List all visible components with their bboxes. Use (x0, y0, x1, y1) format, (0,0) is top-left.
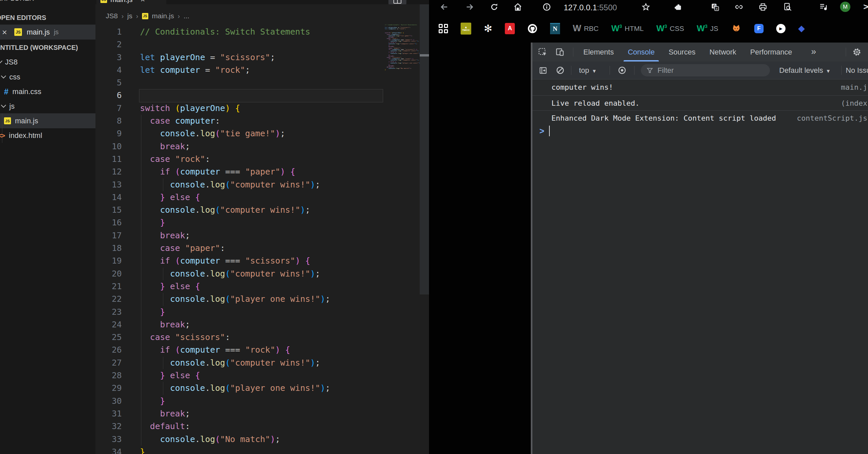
scrollbar-thumb[interactable] (420, 4, 429, 294)
bookmark-item-10[interactable]: W3JS (697, 23, 718, 34)
line-number: 32 (100, 420, 122, 433)
bookmark-item-6[interactable]: N (550, 23, 560, 34)
code-line: } (385, 69, 392, 70)
close-icon[interactable]: × (2, 29, 7, 36)
bookmark-item-12[interactable]: F (754, 24, 764, 33)
open-editor-item-main-js[interactable]: × JS main.js js (0, 25, 95, 39)
inspect-element-icon[interactable] (538, 47, 547, 57)
line-number: 24 (100, 318, 122, 331)
tab-performance[interactable]: Performance (743, 42, 799, 62)
context-selector-dropdown[interactable]: top▼ (579, 62, 597, 80)
forward-button[interactable] (465, 2, 474, 12)
line-number: 5 (100, 76, 122, 89)
apps-grid-icon (439, 24, 448, 33)
separator (841, 66, 842, 75)
issues-counter[interactable]: No Issues (846, 62, 868, 79)
play-icon: ▶ (776, 24, 785, 33)
tree-item-js-folder[interactable]: js (0, 99, 95, 114)
bookmark-label: RBC (584, 25, 599, 33)
tab-sources[interactable]: Sources (661, 42, 702, 62)
line-number: 33 (100, 433, 122, 446)
console-source-link[interactable]: main.j (841, 83, 867, 91)
console-input-cursor[interactable] (549, 126, 550, 136)
code-line: let playerOne = "scissors"; (140, 51, 330, 64)
translate-icon[interactable]: Ga (710, 2, 720, 12)
site-info-icon[interactable] (542, 2, 551, 12)
bookmark-item-11[interactable] (731, 24, 742, 34)
code-line: } else { (140, 369, 330, 382)
open-editors-header[interactable]: OPEN EDITORS (0, 12, 46, 23)
bookmark-item-5[interactable] (527, 24, 537, 34)
find-in-page-icon[interactable] (783, 2, 792, 12)
device-toolbar-icon[interactable] (555, 47, 564, 57)
js-file-icon: JS (4, 117, 11, 124)
workspace-header[interactable]: UNTITLED (WORKSPACE) (0, 42, 78, 53)
tree-item-main-js-selected[interactable]: JS main.js (0, 114, 95, 128)
console-prompt-chevron: > (539, 126, 545, 136)
tree-item-index-html[interactable]: <> index.html (0, 128, 95, 143)
breadcrumb-separator: › (136, 12, 138, 20)
breadcrumb-item-root[interactable]: JS8 (106, 12, 118, 20)
line-number: 18 (100, 242, 122, 255)
tab-network[interactable]: Network (702, 42, 743, 62)
css-file-icon: # (4, 87, 8, 96)
code-line (140, 76, 330, 89)
bookmark-item-7[interactable]: WRBC (573, 23, 599, 34)
bookmark-label: HTML (625, 25, 644, 33)
filter-placeholder: Filter (657, 66, 674, 75)
chevron-down-icon: ▼ (826, 68, 831, 74)
bookmark-item-3[interactable]: ✻ (484, 24, 492, 34)
line-number: 2 (100, 38, 122, 51)
bookmark-item-2[interactable]: ▲TMCC (461, 23, 471, 35)
devtools-resizer-handle[interactable] (531, 42, 532, 454)
reading-list-icon[interactable] (819, 2, 828, 12)
chevron-down-icon (1, 103, 6, 108)
back-button[interactable] (440, 2, 449, 12)
bookmark-item-1[interactable] (439, 24, 448, 33)
code-line: } else { (140, 191, 330, 204)
code-line: console.log("computer wins!"); (140, 267, 330, 280)
code-editor[interactable]: // Conditionals: Switch Statementslet pl… (140, 26, 330, 454)
devtools-settings-gear-icon[interactable] (852, 47, 861, 57)
console-source-link[interactable]: (index (841, 99, 867, 107)
bookmark-item-14[interactable]: ◆ (798, 23, 805, 34)
bookmark-item-13[interactable]: ▶ (776, 24, 785, 33)
print-icon[interactable] (758, 2, 768, 12)
more-tabs-chev-icon[interactable]: » (811, 42, 816, 61)
minimap[interactable]: // Conditionals: Switch Statementslet pl… (385, 24, 421, 357)
log-levels-dropdown[interactable]: Default levels▼ (779, 62, 831, 80)
editor-pane: JS main.js × JS8 › js › JS main.js › ... (95, 0, 429, 454)
tree-item-main-css[interactable]: # main.css (0, 84, 95, 99)
console-filter-input[interactable]: Filter (641, 64, 770, 76)
link-icon[interactable] (734, 2, 744, 12)
tree-item-css-folder[interactable]: css (0, 69, 95, 85)
home-button[interactable] (513, 2, 523, 12)
close-tab-icon[interactable]: × (141, 0, 145, 3)
bookmark-item-8[interactable]: W3HTML (611, 23, 644, 34)
line-number-gutter: 1234567891011121314151617181920212223242… (100, 26, 122, 454)
code-line: if (computer === "rock") { (140, 344, 330, 356)
profile-avatar[interactable]: M (840, 2, 850, 12)
console-message-text: Live reload enabled. (551, 99, 640, 107)
breadcrumb-item-folder[interactable]: js (127, 12, 132, 20)
line-number: 29 (100, 382, 122, 394)
cat-icon (731, 24, 742, 34)
console-sidebar-toggle-icon[interactable] (539, 66, 548, 75)
bookmark-item-9[interactable]: W3CSS (656, 23, 684, 34)
f-icon: F (754, 24, 764, 33)
extensions-puzzle-icon[interactable] (674, 2, 683, 12)
tab-console[interactable]: Console (621, 42, 662, 62)
reload-button[interactable] (490, 2, 499, 12)
breadcrumb-item-file[interactable]: main.js (152, 12, 174, 20)
address-bar-url[interactable]: 127.0.0.1:5500 (564, 3, 617, 12)
toolbar-overflow-chevron[interactable]: > (863, 2, 868, 12)
tab-elements[interactable]: Elements (576, 42, 621, 62)
editor-scrollbar[interactable] (420, 0, 429, 454)
live-expression-eye-icon[interactable] (618, 66, 626, 75)
bookmark-star-icon[interactable] (641, 2, 651, 12)
breadcrumb-item-symbol[interactable]: ... (184, 12, 190, 20)
tree-item-js8[interactable]: JS8 (0, 55, 95, 69)
console-source-link[interactable]: contentScript.js (797, 114, 867, 122)
bookmark-item-4[interactable]: A (505, 23, 515, 34)
clear-console-icon[interactable] (556, 66, 565, 75)
